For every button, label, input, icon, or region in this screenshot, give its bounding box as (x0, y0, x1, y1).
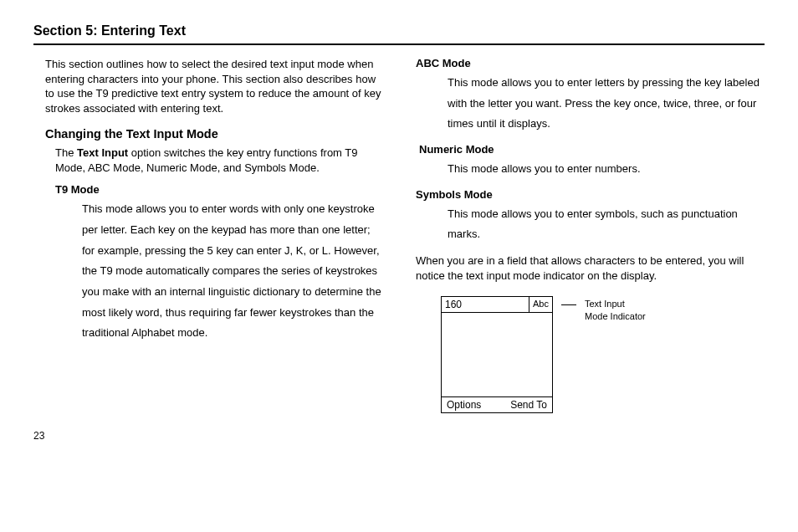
symbols-description: This mode allows you to enter symbols, s… (448, 204, 765, 245)
abc-heading: ABC Mode (416, 57, 765, 69)
changing-pre: The (55, 146, 77, 159)
phone-options-label: Options (447, 399, 481, 411)
abc-description: This mode allows you to enter letters by… (448, 73, 765, 135)
changing-paragraph: The Text Input option switches the key e… (55, 146, 382, 175)
phone-mode-indicator: Abc (529, 297, 552, 312)
callout-text: Text Input Mode Indicator (585, 298, 646, 322)
t9-heading: T9 Mode (55, 183, 382, 196)
right-column: ABC Mode This mode allows you to enter l… (416, 57, 765, 413)
t9-description: This mode allows you to enter words with… (82, 199, 382, 344)
changing-heading: Changing the Text Input Mode (45, 127, 382, 141)
numeric-heading: Numeric Mode (419, 143, 765, 156)
callout-connector (561, 304, 576, 305)
phone-body (442, 313, 552, 396)
phone-send-to-label: Send To (510, 399, 547, 411)
page-number: 23 (33, 430, 765, 442)
phone-diagram: 160 Abc Options Send To Text Input Mode … (441, 296, 765, 413)
phone-char-count: 160 (442, 297, 529, 312)
closing-paragraph: When you are in a field that allows char… (416, 253, 765, 283)
phone-box: 160 Abc Options Send To (441, 296, 553, 413)
left-column: This section outlines how to select the … (33, 57, 382, 413)
section-title: Section 5: Entering Text (33, 23, 765, 38)
callout-line1: Text Input (585, 299, 625, 309)
intro-paragraph: This section outlines how to select the … (33, 57, 382, 115)
changing-bold: Text Input (77, 146, 128, 159)
horizontal-rule (33, 43, 765, 45)
callout-line2: Mode Indicator (585, 311, 646, 321)
phone-top-bar: 160 Abc (442, 297, 552, 313)
columns: This section outlines how to select the … (33, 57, 765, 413)
numeric-description: This mode allows you to enter numbers. (448, 159, 765, 180)
phone-bottom-bar: Options Send To (442, 396, 552, 412)
symbols-heading: Symbols Mode (416, 188, 765, 201)
